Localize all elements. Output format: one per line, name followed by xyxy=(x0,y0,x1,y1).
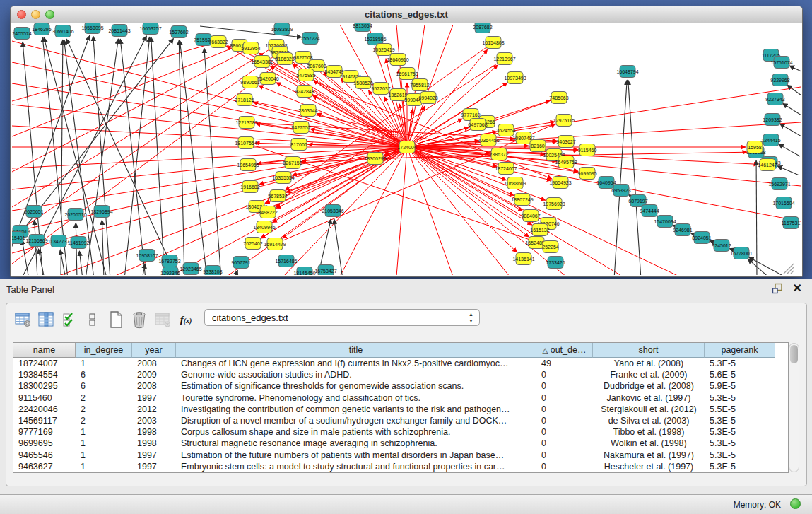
network-node[interactable]: 9699695 xyxy=(577,168,596,180)
function-icon[interactable]: f(x) xyxy=(175,310,196,329)
network-node[interactable]: 23420046 xyxy=(257,73,278,85)
network-node[interactable]: 18296894 xyxy=(90,206,112,218)
network-node[interactable]: 7485063 xyxy=(549,92,568,104)
network-node[interactable]: 7557224 xyxy=(300,33,319,45)
network-node[interactable]: 3915401 xyxy=(12,232,25,244)
network-node[interactable]: 1733426 xyxy=(546,257,565,269)
network-node[interactable]: 12923465 xyxy=(180,263,201,275)
network-node[interactable]: 8813054 xyxy=(353,23,372,32)
network-node[interactable]: 10958107 xyxy=(136,250,158,262)
network-node[interactable]: 9338108 xyxy=(203,266,222,276)
network-node[interactable]: 15470034 xyxy=(654,216,676,228)
network-node[interactable]: 9115460 xyxy=(578,144,597,156)
network-node[interactable]: 16753427 xyxy=(314,265,336,276)
network-canvas[interactable]: 2405574184639530691406195680952085144310… xyxy=(12,23,801,275)
network-node[interactable]: 21053346 xyxy=(322,205,343,217)
scrollbar-thumb[interactable] xyxy=(790,345,798,363)
network-node[interactable]: 1846395 xyxy=(32,23,51,35)
column-header-year[interactable]: year xyxy=(132,343,176,358)
network-node[interactable]: 12213967 xyxy=(493,53,515,65)
network-node[interactable]: 19654965 xyxy=(237,159,259,171)
network-node[interactable]: 11451992 xyxy=(68,237,90,249)
network-node[interactable]: 16495758 xyxy=(555,156,577,168)
network-node[interactable]: 2405574 xyxy=(12,28,31,40)
network-node[interactable]: 19568095 xyxy=(81,23,103,34)
column-header-short[interactable]: short xyxy=(593,343,705,358)
network-node[interactable]: 1615132 xyxy=(530,224,549,236)
network-node[interactable]: 1167531 xyxy=(782,217,801,229)
network-node[interactable]: 10525419 xyxy=(372,44,394,56)
table-row[interactable]: 946554611997Estimation of the future num… xyxy=(13,450,788,461)
network-node[interactable]: 9657791 xyxy=(231,257,250,269)
network-node[interactable]: 18409946 xyxy=(253,221,275,233)
network-node[interactable]: 16648794 xyxy=(616,66,638,78)
table-row[interactable]: 969969511998Structural magnetic resonanc… xyxy=(13,438,788,449)
network-node[interactable]: 2087682 xyxy=(473,23,492,33)
table-row[interactable]: 1938455462009Genome-wide association stu… xyxy=(13,369,788,380)
network-node[interactable]: 2803144 xyxy=(298,105,317,117)
network-node[interactable]: 6994028 xyxy=(418,92,437,104)
network-node[interactable]: 18724007 xyxy=(495,163,517,175)
close-panel-icon[interactable]: ✕ xyxy=(793,283,802,294)
network-node[interactable]: 18807249 xyxy=(511,194,533,206)
column-header-name[interactable]: name xyxy=(13,343,76,358)
select-all-icon[interactable] xyxy=(59,310,80,329)
network-node[interactable]: 10973493 xyxy=(504,72,526,84)
network-node[interactable]: 2386372 xyxy=(489,148,508,160)
network-node[interactable]: 20206510 xyxy=(64,209,86,221)
network-node[interactable]: 9463627 xyxy=(556,136,575,148)
column-header-pagerank[interactable]: pagerank xyxy=(705,343,775,358)
network-node[interactable]: 1588520 xyxy=(353,77,372,89)
table-row[interactable]: 1456911722003Disruption of a novel membe… xyxy=(13,415,788,426)
network-node[interactable]: 18300295 xyxy=(364,153,386,165)
network-node[interactable]: 17016504 xyxy=(772,197,794,209)
network-node[interactable]: 9246981 xyxy=(673,224,692,236)
network-node[interactable]: 16355554 xyxy=(272,172,294,184)
network-node[interactable]: 8498222 xyxy=(258,206,277,218)
network-node[interactable]: 1292346 xyxy=(160,267,180,276)
network-node[interactable]: 20851443 xyxy=(108,25,130,37)
network-node[interactable]: 12156869 xyxy=(25,235,47,247)
network-node[interactable]: 2620651 xyxy=(24,206,43,218)
network-node[interactable]: 1244415 xyxy=(761,134,780,146)
network-node[interactable]: 1527602 xyxy=(169,26,188,38)
network-node[interactable]: 15218586 xyxy=(364,33,386,45)
column-header-outde[interactable]: △ out_de… xyxy=(536,343,593,358)
table-settings-icon[interactable] xyxy=(12,310,33,329)
network-node[interactable]: 15958 xyxy=(747,141,763,153)
network-node[interactable]: 11342737 xyxy=(48,235,70,247)
table-row[interactable]: 1830029562008Estimation of significance … xyxy=(13,380,788,392)
memory-status-icon[interactable] xyxy=(790,498,801,509)
network-node[interactable]: 10653257 xyxy=(139,23,161,35)
network-node[interactable]: 817006 xyxy=(290,139,307,151)
network-node[interactable]: 1209382 xyxy=(763,114,782,126)
network-node[interactable]: 5475985 xyxy=(296,69,315,81)
network-node[interactable]: 82160 xyxy=(530,140,546,152)
network-node[interactable]: 9890661 xyxy=(240,76,259,88)
network-node[interactable]: 30691406 xyxy=(52,25,73,37)
delete-icon[interactable] xyxy=(129,310,150,329)
column-header-indegree[interactable]: in_degree xyxy=(76,343,132,358)
new-document-icon[interactable] xyxy=(105,310,126,329)
network-node[interactable]: 16154808 xyxy=(482,37,504,49)
network-node[interactable]: 9227343 xyxy=(765,93,784,105)
network-node[interactable]: 252254 xyxy=(542,241,558,253)
network-node[interactable]: 12975115 xyxy=(553,115,575,127)
network-node[interactable]: 16083809 xyxy=(271,23,293,35)
network-node[interactable]: 7625402 xyxy=(243,238,262,250)
network-node[interactable]: 7663822 xyxy=(208,36,228,48)
network-node[interactable]: 12213583 xyxy=(235,117,257,129)
network-node[interactable]: 16543382 xyxy=(251,56,273,68)
network-select-dropdown[interactable]: citations_edges.txt ▲▼ xyxy=(204,309,480,326)
table-row[interactable]: 1872400712008Changes of HCN gene express… xyxy=(13,358,788,369)
network-node[interactable]: 20364456 xyxy=(477,134,499,146)
network-node[interactable]: 15692971 xyxy=(768,178,790,190)
network-node[interactable]: 5678534 xyxy=(268,190,287,202)
network-node[interactable]: 18145450 xyxy=(293,267,315,276)
float-panel-icon[interactable] xyxy=(772,283,783,294)
table-row[interactable]: 977716911998Corpus callosum shape and si… xyxy=(13,426,788,438)
table-row[interactable]: 911546021997Tourette syndrome. Phenomeno… xyxy=(13,392,788,404)
network-node[interactable]: 6497568 xyxy=(468,119,487,131)
table-row[interactable]: 2242004622012Investigating the contribut… xyxy=(13,404,788,415)
network-node[interactable]: 8186323 xyxy=(275,53,294,65)
